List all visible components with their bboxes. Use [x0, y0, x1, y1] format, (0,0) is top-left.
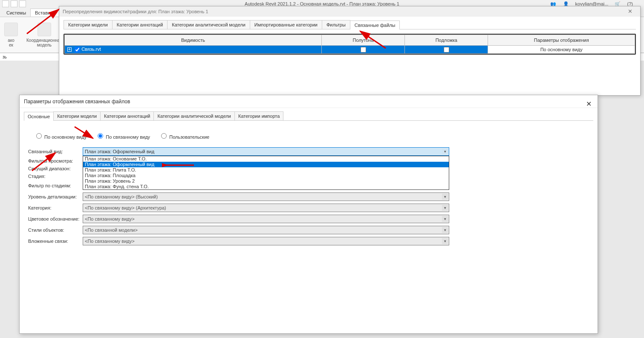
tab-model-categories[interactable]: Категории модели — [64, 20, 113, 29]
ribbon-tab-systems[interactable]: Системы — [2, 9, 30, 17]
chevron-down-icon: ▾ — [442, 194, 448, 200]
qat-icon[interactable] — [11, 0, 17, 7]
col-visibility: Видимость — [65, 35, 322, 46]
chevron-down-icon: ▾ — [442, 227, 448, 233]
combo-discipline[interactable]: <По связанному виду> (Архитектура)▾ — [83, 204, 449, 212]
row-expander-icon[interactable]: + — [67, 47, 72, 52]
tab-filters[interactable]: Фильтры — [322, 20, 350, 29]
dialog1-titlebar[interactable]: Переопределения видимости/графики для: П… — [59, 6, 640, 17]
dialog2-titlebar[interactable]: Параметры отображения связанных файлов ✕ — [20, 95, 598, 108]
ribbon-button-label: ако ек — [4, 38, 18, 47]
dropdown-option[interactable]: План этажа: Площадка — [83, 173, 449, 178]
label-phase: Стадия: — [28, 174, 83, 179]
table-row[interactable]: + Связь.rvt По основному виду — [65, 46, 635, 54]
label-phase-filter: Фильтр по стадиям: — [28, 183, 83, 188]
dropdown-option[interactable]: План этажа: Фунд. стена Т.О. — [83, 184, 449, 189]
combo-linked-view[interactable]: План этажа: Оформленный вид ▾ — [83, 147, 449, 156]
label-view-filters: Фильтры просмотра: — [28, 158, 83, 163]
link-icon — [4, 23, 18, 36]
combo-detail-level[interactable]: <По связанному виду> (Высокий)▾ — [83, 192, 449, 201]
label-detail-level: Уровень детализации: — [28, 194, 83, 199]
halftone-checkbox[interactable] — [361, 47, 366, 52]
dialog2-tabstrip: Основные Категории модели Категории анно… — [24, 111, 593, 121]
chevron-down-icon: ▾ — [442, 149, 448, 154]
display-mode-radios: По основному виду По связанному виду Пол… — [24, 128, 593, 147]
dialog1-title-text: Переопределения видимости/графики для: П… — [63, 9, 208, 14]
tab-basics[interactable]: Основные — [24, 112, 54, 121]
ribbon-button-coordination-model[interactable]: Координационная модель — [26, 23, 62, 47]
ribbon-tab-insert[interactable]: Вставить — [30, 9, 60, 17]
tab-annotation-categories[interactable]: Категории аннотаций — [112, 20, 167, 29]
col-halftone: Полутона — [321, 35, 404, 46]
label-view-range: Секущий диапазон: — [28, 166, 83, 171]
tab-revit-links[interactable]: Связанные файлы — [350, 20, 400, 29]
visibility-graphics-dialog: Переопределения видимости/графики для: П… — [59, 6, 641, 96]
label-nested-links: Вложенные связи: — [28, 239, 83, 244]
underlay-checkbox[interactable] — [444, 47, 449, 52]
label-discipline: Категория: — [28, 205, 83, 210]
tab-imported-categories[interactable]: Импортированные категории — [250, 20, 322, 29]
tab-analytical-categories[interactable]: Категории аналитической модели — [167, 20, 250, 29]
dropdown-option[interactable]: План этажа: Оформленный вид — [83, 162, 449, 167]
label-color-fill: Цветовое обозначение: — [28, 216, 83, 221]
visibility-checkbox[interactable] — [75, 47, 80, 52]
qat-icon[interactable] — [19, 0, 26, 7]
tab-analytical-categories[interactable]: Категории аналитической модели — [153, 111, 235, 120]
dialog2-close-button[interactable]: ✕ — [583, 96, 595, 112]
combo-nested-links[interactable]: <По связанному виду>▾ — [83, 237, 449, 245]
radio-by-linked-view[interactable]: По связанному виду — [95, 134, 150, 140]
col-underlay: Подложка — [405, 35, 488, 46]
ribbon-button-partial[interactable]: ако ек — [4, 23, 18, 47]
chevron-down-icon: ▾ — [442, 216, 448, 222]
col-display-settings: Параметры отображения — [488, 35, 635, 46]
quick-access-toolbar — [2, 0, 26, 7]
radio-custom[interactable]: Пользовательские — [159, 134, 209, 140]
tab-model-categories[interactable]: Категории модели — [53, 111, 101, 120]
chevron-down-icon: ▾ — [442, 238, 448, 244]
label-linked-view: Связанный вид: — [28, 149, 83, 154]
combo-object-styles[interactable]: <По связанной модели>▾ — [83, 226, 449, 234]
combo-color-fill[interactable]: <По связанному виду>▾ — [83, 215, 449, 223]
dialog1-close-button[interactable]: ✕ — [621, 6, 638, 17]
radio-by-host-view[interactable]: По основному виду — [34, 134, 87, 140]
tab-annotation-categories[interactable]: Категории аннотаций — [100, 111, 154, 120]
tab-import-categories[interactable]: Категории импорта — [234, 111, 283, 120]
dialog2-title-text: Параметры отображения связанных файлов — [24, 99, 130, 105]
dialog1-tabstrip: Категории модели Категории аннотаций Кат… — [64, 20, 636, 29]
link-filename: Связь.rvt — [81, 47, 101, 52]
coordination-model-icon — [38, 23, 51, 36]
dropdown-option[interactable]: План этажа: Основание Т.О. — [83, 156, 449, 162]
dropdown-option[interactable]: План этажа: Плита Т.О. — [83, 167, 449, 173]
ribbon-button-label: Координационная модель — [26, 38, 62, 47]
chevron-down-icon: ▾ — [442, 205, 448, 211]
qat-icon[interactable] — [2, 0, 9, 7]
rvt-link-display-settings-dialog: Параметры отображения связанных файлов ✕… — [19, 95, 598, 334]
linked-view-dropdown-list: План этажа: Основание Т.О. План этажа: О… — [83, 156, 449, 190]
display-settings-cell[interactable]: По основному виду — [488, 46, 635, 54]
label-object-styles: Стили объектов: — [28, 227, 83, 233]
dropdown-option[interactable]: План этажа: Уровень 2 — [83, 178, 449, 184]
